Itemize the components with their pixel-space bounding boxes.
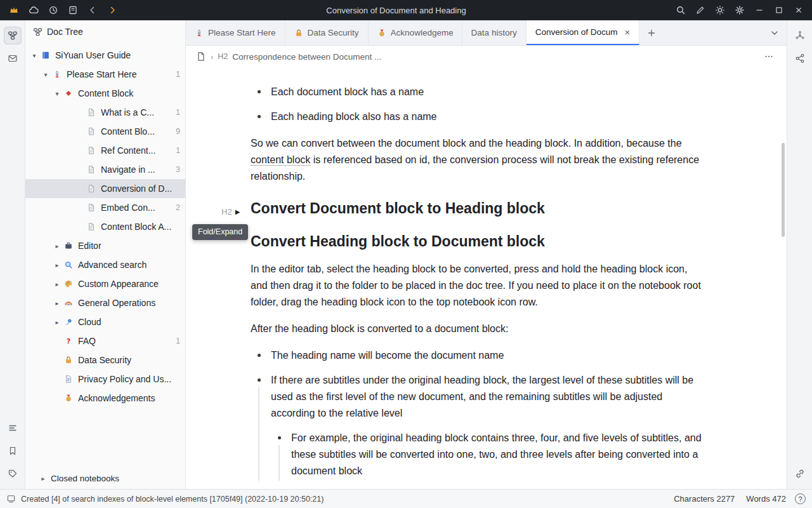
outline-icon bbox=[8, 423, 18, 433]
tree-item-cloud[interactable]: ▸Cloud bbox=[25, 312, 185, 331]
tab-bar: Please Start HereData SecurityAcknowledg… bbox=[186, 20, 787, 46]
heading-convert-heading-to-document[interactable]: Convert Heading block to Document block bbox=[251, 232, 705, 251]
scrollbar[interactable] bbox=[782, 143, 785, 237]
dock-doc-tree-button[interactable] bbox=[4, 27, 22, 44]
edit-button[interactable] bbox=[690, 2, 710, 18]
tree-item-label: Acknowledgements bbox=[78, 393, 180, 403]
settings-button[interactable] bbox=[730, 2, 749, 18]
tree-item-conversion-of-d[interactable]: Conversion of D... bbox=[25, 179, 185, 198]
chevron-down-icon[interactable]: ▾ bbox=[29, 52, 39, 59]
tab-acknowledgements[interactable]: Acknowledgements bbox=[369, 20, 462, 45]
tree-item-acknowledgements[interactable]: Acknowledgements bbox=[25, 389, 185, 408]
status-message: Created [4] of search indexes of block-l… bbox=[21, 495, 324, 504]
close-icon bbox=[794, 5, 804, 15]
editor-area: Please Start HereData SecurityAcknowledg… bbox=[186, 20, 787, 489]
list-item-text: Each heading block also has a name bbox=[271, 109, 705, 125]
paragraph-editor-tab[interactable]: In the editor tab, select the heading bl… bbox=[251, 261, 705, 311]
doc-tree-icon bbox=[8, 30, 18, 41]
go-back-button[interactable] bbox=[82, 2, 102, 18]
tree-item-ref-content[interactable]: Ref Content...1 bbox=[25, 141, 185, 160]
graph-icon bbox=[795, 30, 805, 41]
dock-outline-button[interactable] bbox=[4, 419, 22, 437]
dock-inbox-button[interactable] bbox=[4, 50, 22, 67]
tree-item-siyuan-user-guide[interactable]: ▾SiYuan User Guide bbox=[25, 46, 185, 65]
chevron-right-icon[interactable]: ▸ bbox=[52, 262, 62, 269]
list-item[interactable]: Each document block has a name bbox=[251, 84, 705, 100]
close-tab-icon[interactable]: × bbox=[624, 27, 630, 37]
closed-notebooks[interactable]: ▸ Closed notebooks bbox=[25, 467, 185, 489]
list-item[interactable]: The heading name will become the documen… bbox=[251, 347, 705, 364]
chevron-right-icon[interactable]: ▸ bbox=[52, 300, 62, 307]
list-item[interactable]: Each heading block also has a name bbox=[251, 109, 705, 125]
help-icon[interactable]: ? bbox=[795, 493, 806, 504]
list-item[interactable]: For example, the original heading block … bbox=[271, 430, 705, 479]
paragraph-conversion-intro[interactable]: So we can convert between the document b… bbox=[251, 135, 705, 185]
maximize-button[interactable] bbox=[769, 2, 789, 18]
more-icon[interactable] bbox=[761, 49, 776, 64]
daily-note-button[interactable] bbox=[63, 2, 82, 18]
breadcrumb-heading[interactable]: Correspondence between Document ... bbox=[232, 52, 381, 62]
block-ref[interactable]: content block bbox=[251, 154, 310, 166]
logo-button[interactable] bbox=[4, 2, 23, 18]
tab-please-start-here[interactable]: Please Start Here bbox=[186, 20, 285, 45]
list-item[interactable]: If there are subtitles under the origina… bbox=[251, 372, 705, 479]
tree-item-content-block[interactable]: ▾Content Block bbox=[25, 84, 185, 103]
minimize-icon bbox=[754, 5, 764, 15]
tree-item-content-block-a[interactable]: Content Block A... bbox=[25, 217, 185, 236]
tree-item-editor[interactable]: ▸Editor bbox=[25, 236, 185, 255]
file-icon bbox=[85, 184, 98, 193]
tab-conversion-of-docum[interactable]: Conversion of Docum× bbox=[527, 20, 640, 45]
theme-button[interactable] bbox=[710, 2, 730, 18]
dock-graph-button[interactable] bbox=[791, 27, 809, 44]
minimize-button[interactable] bbox=[749, 2, 769, 18]
tree-item-count: 1 bbox=[176, 108, 180, 117]
go-forward-button[interactable] bbox=[102, 2, 122, 18]
new-tab-button[interactable] bbox=[639, 20, 664, 45]
maximize-icon bbox=[774, 5, 784, 15]
chevron-down-icon[interactable]: ▾ bbox=[52, 90, 62, 97]
doc-tree-icon bbox=[33, 27, 43, 37]
tree-item-faq[interactable]: ?FAQ1 bbox=[25, 331, 185, 351]
dock-link-button[interactable] bbox=[791, 465, 809, 483]
tree-item-advanced-search[interactable]: ▸Advanced search bbox=[25, 255, 185, 274]
left-dock bbox=[0, 20, 25, 489]
chevron-right-icon[interactable]: ▸ bbox=[52, 243, 62, 250]
tab-list-button[interactable] bbox=[763, 20, 787, 45]
bullet-icon bbox=[258, 354, 261, 357]
history-button[interactable] bbox=[43, 2, 63, 18]
chevron-right-icon[interactable]: ▸ bbox=[52, 281, 62, 288]
nested-bullet-list: For example, the original heading block … bbox=[271, 430, 705, 479]
heading-convert-document-to-heading[interactable]: H2 ▶ Convert Document block to Heading b… bbox=[251, 199, 705, 218]
tab-data-history[interactable]: Data history bbox=[462, 20, 527, 45]
dock-tag-button[interactable] bbox=[4, 465, 22, 483]
tree-item-navigate-in[interactable]: Navigate in ...3 bbox=[25, 160, 185, 179]
close-button[interactable] bbox=[789, 2, 808, 18]
link-icon bbox=[795, 469, 805, 479]
tree-item-content-blo[interactable]: Content Blo...9 bbox=[25, 122, 185, 141]
tree-item-embed-con[interactable]: Embed Con...2 bbox=[25, 198, 185, 217]
tab-data-security[interactable]: Data Security bbox=[285, 20, 369, 45]
sync-button[interactable] bbox=[23, 2, 43, 18]
fold-triangle-icon[interactable]: ▶ bbox=[235, 203, 240, 222]
heading-gutter[interactable]: H2 ▶ bbox=[221, 203, 240, 222]
chevron-down-icon[interactable]: ▾ bbox=[41, 71, 51, 78]
dock-bookmark-button[interactable] bbox=[4, 442, 22, 460]
tree-item-please-start-here[interactable]: ▾Please Start Here1 bbox=[25, 65, 185, 84]
message-icon[interactable] bbox=[6, 494, 16, 504]
character-count-label: Characters bbox=[674, 494, 714, 504]
tree-item-privacy-policy-and-us[interactable]: Privacy Policy and Us... bbox=[25, 370, 185, 389]
chevron-right-icon[interactable]: ▸ bbox=[52, 319, 62, 326]
tree-item-custom-appearance[interactable]: ▸Custom Appearance bbox=[25, 274, 185, 293]
document-icon[interactable] bbox=[196, 51, 206, 62]
tree-item-data-security[interactable]: Data Security bbox=[25, 351, 185, 370]
tree-item-label: SiYuan User Guide bbox=[55, 50, 180, 60]
backlinks-icon bbox=[795, 53, 805, 64]
siyuan-window: Conversion of Document and Heading Doc T… bbox=[0, 0, 812, 508]
logo-icon bbox=[9, 5, 19, 15]
tree-item-general-operations[interactable]: ▸General Operations bbox=[25, 293, 185, 312]
paragraph-after-conversion[interactable]: After the heading block is converted to … bbox=[251, 321, 705, 337]
tree-item-what-is-a-c[interactable]: What is a C...1 bbox=[25, 103, 185, 122]
dock-backlinks-button[interactable] bbox=[791, 50, 809, 67]
search-button[interactable] bbox=[671, 2, 690, 18]
fold-expand-tooltip: Fold/Expand bbox=[192, 224, 248, 240]
